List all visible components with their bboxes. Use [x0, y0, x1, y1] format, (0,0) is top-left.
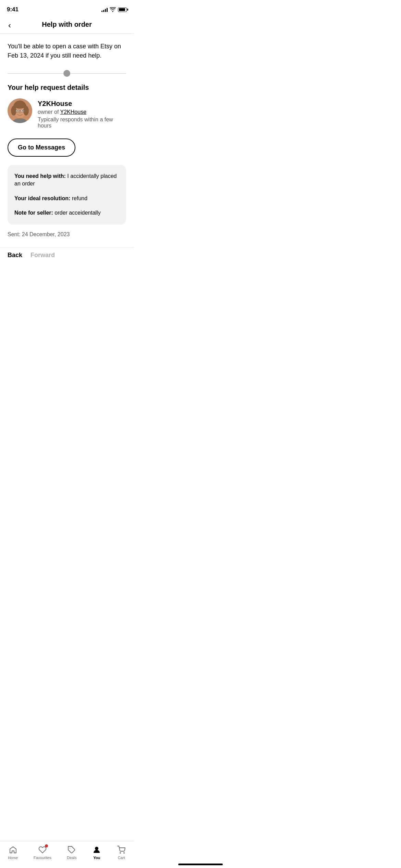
go-to-messages-button[interactable]: Go to Messages: [8, 138, 75, 157]
resolution-row: Your ideal resolution: refund: [14, 195, 119, 202]
svg-point-5: [14, 102, 26, 109]
battery-icon: [118, 8, 127, 12]
svg-point-8: [17, 110, 18, 111]
resolution-label: Your ideal resolution:: [14, 195, 70, 201]
browser-nav: Back Forward: [0, 247, 134, 263]
seller-owner-link[interactable]: Y2KHouse: [60, 109, 87, 115]
svg-point-9: [22, 110, 23, 111]
seller-response-time: Typically responds within a few hours: [38, 117, 126, 129]
notice-text: You'll be able to open a case with Etsy …: [8, 34, 126, 67]
seller-avatar: [8, 98, 32, 123]
help-with-label: You need help with:: [14, 173, 66, 179]
seller-owner-line: owner of Y2KHouse: [38, 109, 126, 115]
seller-info: Y2KHouse owner of Y2KHouse Typically res…: [8, 98, 126, 129]
signal-icon: [101, 7, 108, 12]
seller-owner-prefix: owner of: [38, 109, 59, 115]
browser-back-button[interactable]: Back: [8, 252, 22, 259]
header: ‹ Help with order: [0, 17, 134, 33]
timeline-line-right: [70, 73, 126, 74]
status-icons: [101, 7, 127, 12]
wifi-icon: [110, 7, 116, 12]
status-time: 9:41: [7, 6, 19, 13]
seller-name: Y2KHouse: [38, 100, 126, 108]
page-title: Help with order: [7, 21, 127, 28]
help-with-row: You need help with: I accidentally place…: [14, 172, 119, 188]
note-value: order acceidentally: [53, 210, 101, 216]
back-button[interactable]: ‹: [7, 19, 12, 32]
sent-date: Sent: 24 December, 2023: [8, 231, 126, 238]
status-bar: 9:41: [0, 0, 134, 17]
timeline-line-left: [8, 73, 63, 74]
section-title: Your help request details: [8, 84, 126, 92]
note-row: Note for seller: order acceidentally: [14, 209, 119, 217]
note-label: Note for seller:: [14, 210, 53, 216]
timeline-dot: [63, 70, 70, 77]
browser-forward-button[interactable]: Forward: [31, 252, 55, 259]
help-details-card: You need help with: I accidentally place…: [8, 165, 126, 225]
timeline: [8, 70, 126, 77]
resolution-value: refund: [70, 195, 87, 201]
seller-details: Y2KHouse owner of Y2KHouse Typically res…: [38, 98, 126, 129]
